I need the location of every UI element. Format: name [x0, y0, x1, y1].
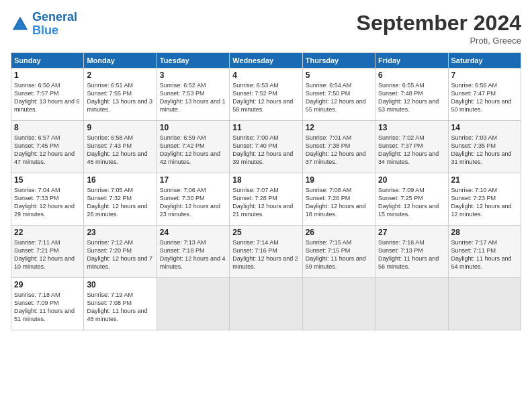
calendar-cell: 24Sunrise: 7:13 AMSunset: 7:18 PMDayligh…: [157, 226, 229, 278]
calendar-cell: 2Sunrise: 6:51 AMSunset: 7:55 PMDaylight…: [84, 68, 157, 121]
day-number: 10: [160, 123, 226, 132]
weekday-header-tuesday: Tuesday: [157, 53, 229, 68]
calendar-cell: [157, 278, 229, 330]
day-number: 26: [306, 228, 372, 237]
day-info: Sunrise: 7:14 AMSunset: 7:16 PMDaylight:…: [232, 238, 299, 271]
day-info: Sunrise: 7:15 AMSunset: 7:15 PMDaylight:…: [306, 238, 372, 271]
title-block: September 2024 Proti, Greece: [357, 11, 521, 46]
day-info: Sunrise: 7:19 AMSunset: 7:08 PMDaylight:…: [87, 291, 153, 324]
day-number: 14: [451, 123, 518, 132]
day-info: Sunrise: 6:50 AMSunset: 7:57 PMDaylight:…: [14, 81, 81, 114]
weekday-header-row: SundayMondayTuesdayWednesdayThursdayFrid…: [11, 53, 521, 68]
calendar: SundayMondayTuesdayWednesdayThursdayFrid…: [11, 52, 521, 330]
day-number: 27: [378, 228, 445, 237]
calendar-cell: 22Sunrise: 7:11 AMSunset: 7:21 PMDayligh…: [11, 226, 84, 278]
day-number: 21: [451, 175, 518, 185]
day-number: 15: [14, 175, 81, 185]
day-info: Sunrise: 7:13 AMSunset: 7:18 PMDaylight:…: [160, 238, 226, 271]
weekday-header-saturday: Saturday: [448, 53, 521, 68]
weekday-header-thursday: Thursday: [302, 53, 375, 68]
day-number: 18: [232, 175, 299, 185]
calendar-cell: 30Sunrise: 7:19 AMSunset: 7:08 PMDayligh…: [84, 278, 157, 330]
weekday-header-monday: Monday: [84, 53, 157, 68]
calendar-cell: 12Sunrise: 7:01 AMSunset: 7:38 PMDayligh…: [302, 121, 375, 173]
day-info: Sunrise: 6:59 AMSunset: 7:42 PMDaylight:…: [160, 134, 226, 167]
header: General Blue September 2024 Proti, Greec…: [11, 11, 521, 46]
logo-icon: [11, 15, 30, 34]
day-info: Sunrise: 7:00 AMSunset: 7:40 PMDaylight:…: [232, 134, 299, 167]
calendar-cell: 26Sunrise: 7:15 AMSunset: 7:15 PMDayligh…: [302, 226, 375, 278]
day-number: 22: [14, 228, 81, 237]
day-info: Sunrise: 7:03 AMSunset: 7:35 PMDaylight:…: [451, 134, 518, 167]
day-info: Sunrise: 7:18 AMSunset: 7:09 PMDaylight:…: [14, 291, 81, 324]
day-number: 25: [232, 228, 299, 237]
calendar-week-1: 8Sunrise: 6:57 AMSunset: 7:45 PMDaylight…: [11, 121, 521, 173]
calendar-week-4: 29Sunrise: 7:18 AMSunset: 7:09 PMDayligh…: [11, 278, 521, 330]
day-number: 24: [160, 228, 226, 237]
day-number: 11: [232, 123, 299, 132]
day-number: 19: [306, 175, 372, 185]
day-number: 13: [378, 123, 445, 132]
calendar-cell: 4Sunrise: 6:53 AMSunset: 7:52 PMDaylight…: [230, 68, 302, 121]
calendar-cell: 8Sunrise: 6:57 AMSunset: 7:45 PMDaylight…: [11, 121, 84, 173]
calendar-cell: [230, 278, 302, 330]
weekday-header-sunday: Sunday: [11, 53, 84, 68]
calendar-cell: 7Sunrise: 6:56 AMSunset: 7:47 PMDaylight…: [448, 68, 521, 121]
day-info: Sunrise: 6:52 AMSunset: 7:53 PMDaylight:…: [160, 81, 226, 114]
calendar-cell: 19Sunrise: 7:08 AMSunset: 7:26 PMDayligh…: [302, 173, 375, 226]
calendar-cell: 25Sunrise: 7:14 AMSunset: 7:16 PMDayligh…: [230, 226, 302, 278]
calendar-cell: 28Sunrise: 7:17 AMSunset: 7:11 PMDayligh…: [448, 226, 521, 278]
day-info: Sunrise: 7:12 AMSunset: 7:20 PMDaylight:…: [87, 238, 153, 271]
day-info: Sunrise: 7:10 AMSunset: 7:23 PMDaylight:…: [451, 186, 518, 219]
calendar-cell: [448, 278, 521, 330]
calendar-cell: 3Sunrise: 6:52 AMSunset: 7:53 PMDaylight…: [157, 68, 229, 121]
calendar-cell: 29Sunrise: 7:18 AMSunset: 7:09 PMDayligh…: [11, 278, 84, 330]
calendar-cell: 21Sunrise: 7:10 AMSunset: 7:23 PMDayligh…: [448, 173, 521, 226]
day-number: 5: [306, 71, 372, 80]
month-title: September 2024: [357, 11, 521, 36]
day-number: 16: [87, 175, 153, 185]
day-info: Sunrise: 7:05 AMSunset: 7:32 PMDaylight:…: [87, 186, 153, 219]
weekday-header-friday: Friday: [375, 53, 448, 68]
calendar-cell: 15Sunrise: 7:04 AMSunset: 7:33 PMDayligh…: [11, 173, 84, 226]
day-info: Sunrise: 6:57 AMSunset: 7:45 PMDaylight:…: [14, 134, 81, 167]
day-info: Sunrise: 7:09 AMSunset: 7:25 PMDaylight:…: [378, 186, 445, 219]
calendar-cell: 18Sunrise: 7:07 AMSunset: 7:28 PMDayligh…: [230, 173, 302, 226]
day-info: Sunrise: 7:07 AMSunset: 7:28 PMDaylight:…: [232, 186, 299, 219]
day-number: 8: [14, 123, 81, 132]
location: Proti, Greece: [357, 36, 521, 46]
day-number: 2: [87, 71, 153, 80]
calendar-cell: 11Sunrise: 7:00 AMSunset: 7:40 PMDayligh…: [230, 121, 302, 173]
page: General Blue September 2024 Proti, Greec…: [0, 0, 532, 411]
day-info: Sunrise: 7:16 AMSunset: 7:13 PMDaylight:…: [378, 238, 445, 271]
calendar-cell: 9Sunrise: 6:58 AMSunset: 7:43 PMDaylight…: [84, 121, 157, 173]
day-number: 1: [14, 71, 81, 80]
calendar-cell: 16Sunrise: 7:05 AMSunset: 7:32 PMDayligh…: [84, 173, 157, 226]
logo: General Blue: [11, 11, 77, 38]
day-info: Sunrise: 6:55 AMSunset: 7:48 PMDaylight:…: [378, 81, 445, 114]
day-info: Sunrise: 7:17 AMSunset: 7:11 PMDaylight:…: [451, 238, 518, 271]
day-number: 23: [87, 228, 153, 237]
day-info: Sunrise: 7:11 AMSunset: 7:21 PMDaylight:…: [14, 238, 81, 271]
calendar-cell: 23Sunrise: 7:12 AMSunset: 7:20 PMDayligh…: [84, 226, 157, 278]
day-info: Sunrise: 7:06 AMSunset: 7:30 PMDaylight:…: [160, 186, 226, 219]
day-number: 29: [14, 280, 81, 289]
calendar-cell: 5Sunrise: 6:54 AMSunset: 7:50 PMDaylight…: [302, 68, 375, 121]
calendar-cell: 14Sunrise: 7:03 AMSunset: 7:35 PMDayligh…: [448, 121, 521, 173]
logo-text: General Blue: [32, 11, 77, 38]
calendar-cell: 10Sunrise: 6:59 AMSunset: 7:42 PMDayligh…: [157, 121, 229, 173]
day-number: 3: [160, 71, 226, 80]
day-number: 20: [378, 175, 445, 185]
calendar-cell: 6Sunrise: 6:55 AMSunset: 7:48 PMDaylight…: [375, 68, 448, 121]
day-number: 6: [378, 71, 445, 80]
weekday-header-wednesday: Wednesday: [230, 53, 302, 68]
calendar-cell: 1Sunrise: 6:50 AMSunset: 7:57 PMDaylight…: [11, 68, 84, 121]
day-number: 28: [451, 228, 518, 237]
day-number: 9: [87, 123, 153, 132]
day-info: Sunrise: 7:02 AMSunset: 7:37 PMDaylight:…: [378, 134, 445, 167]
calendar-week-0: 1Sunrise: 6:50 AMSunset: 7:57 PMDaylight…: [11, 68, 521, 121]
calendar-week-3: 22Sunrise: 7:11 AMSunset: 7:21 PMDayligh…: [11, 226, 521, 278]
calendar-cell: 17Sunrise: 7:06 AMSunset: 7:30 PMDayligh…: [157, 173, 229, 226]
day-info: Sunrise: 6:58 AMSunset: 7:43 PMDaylight:…: [87, 134, 153, 167]
day-info: Sunrise: 7:01 AMSunset: 7:38 PMDaylight:…: [306, 134, 372, 167]
